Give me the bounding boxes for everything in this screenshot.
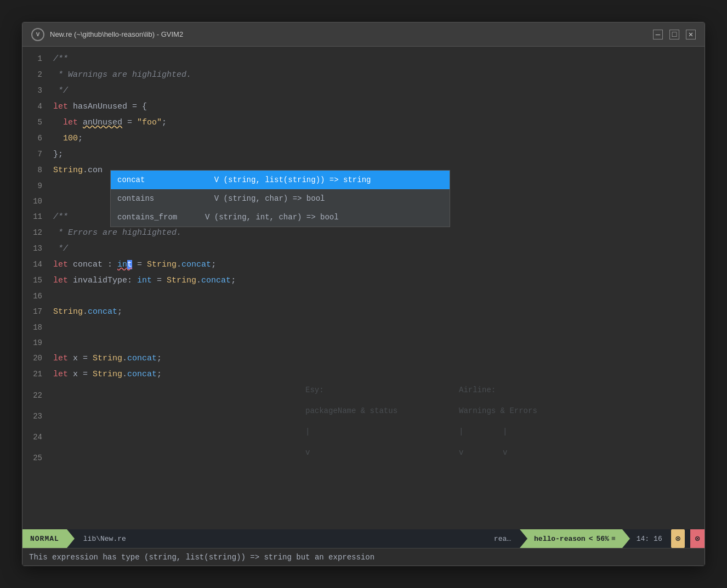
code-line-5: 5 let anUnused = "foo"; [22, 115, 705, 131]
autocomplete-item-0[interactable]: concat V (string, list(string)) => strin… [111, 171, 450, 189]
titlebar-controls: — □ ✕ [653, 30, 696, 39]
line-content-1: /** [51, 52, 705, 67]
code-line-23: 23 packageName & status Warnings & Error… [22, 403, 705, 424]
code-line-2: 2 * Warnings are highlighted. [22, 67, 705, 83]
code-line-1: 1 /** [22, 51, 705, 67]
code-line-25: 25 v v v [22, 445, 705, 466]
line-num-17: 17 [22, 304, 51, 319]
line-num-14: 14 [22, 257, 51, 272]
maximize-button[interactable]: □ [669, 30, 679, 39]
cursor-line: 14: [637, 535, 649, 543]
status-warning: ⊗ [671, 529, 685, 548]
arrow-2: v [459, 445, 503, 460]
line-content-17: String.concat; [51, 304, 705, 320]
ac-name-2: contains_from [117, 210, 205, 224]
line-num-18: 18 [22, 320, 51, 335]
status-mode-arrow [67, 529, 75, 548]
statusbar: NORMAL lib\New.re rea… hello-reason < 56… [22, 529, 705, 548]
editor-area[interactable]: 1 /** 2 * Warnings are highlighted. 3 */… [22, 47, 705, 566]
ac-name-0: concat [117, 173, 205, 187]
line-num-19: 19 [22, 335, 51, 350]
minimize-button[interactable]: — [653, 30, 663, 39]
status-branch: hello-reason < 56% ≡ [527, 529, 622, 548]
autocomplete-dropdown[interactable]: concat V (string, list(string)) => strin… [110, 170, 450, 227]
message-text: This expression has type (string, list(s… [29, 553, 374, 562]
line-num-8: 8 [22, 162, 51, 178]
titlebar: V New.re (~\github\hello-reason\lib) - G… [22, 22, 705, 47]
line-num-23: 23 [22, 409, 51, 424]
ac-name-1: contains [117, 191, 205, 206]
line-content-12: * Errors are highlighted. [51, 225, 705, 241]
line-content-21: let x = String.concat; [51, 367, 705, 382]
code-line-22: 22 Esy: Airline: [22, 382, 705, 403]
line-content-3: */ [51, 83, 705, 99]
err-icon: ⊗ [695, 533, 700, 544]
line-num-9: 9 [22, 178, 51, 194]
messagebar: This expression has type (string, list(s… [22, 548, 705, 566]
window-title: New.re (~\github\hello-reason\lib) - GVI… [50, 30, 183, 38]
branch-arrow-right [622, 529, 630, 548]
line-content-6: 100; [51, 131, 705, 146]
line-content-25: v v v [51, 445, 705, 460]
line-num-25: 25 [22, 450, 51, 466]
pipe-2: | [459, 424, 503, 439]
line-num-11: 11 [22, 209, 51, 224]
warn-icon: ⊗ [675, 533, 681, 544]
ac-type-1: V (string, char) => bool [205, 191, 325, 206]
airline-label: Airline: [459, 382, 496, 398]
branch-percent: 56% [596, 535, 609, 543]
code-line-12: 12 * Errors are highlighted. [22, 225, 705, 241]
branch-name: hello-reason [534, 535, 586, 543]
status-position: 14: 16 [630, 535, 669, 543]
code-container[interactable]: 1 /** 2 * Warnings are highlighted. 3 */… [22, 47, 705, 529]
line-num-1: 1 [22, 51, 51, 66]
code-line-7: 7 }; [22, 146, 705, 162]
line-num-4: 4 [22, 99, 51, 114]
editor-window: V New.re (~\github\hello-reason\lib) - G… [22, 22, 705, 566]
line-num-2: 2 [22, 67, 51, 82]
close-button[interactable]: ✕ [686, 30, 696, 39]
code-line-21: 21 let x = String.concat; [22, 366, 705, 382]
pipe-1: | [305, 424, 459, 439]
line-content-24: | | | [51, 424, 705, 439]
line-num-5: 5 [22, 115, 51, 130]
airline-value: Warnings & Errors [459, 403, 537, 419]
code-line-3: 3 */ [22, 83, 705, 99]
autocomplete-item-2[interactable]: contains_from V (string, int, char) => b… [111, 208, 450, 227]
line-content-23: packageName & status Warnings & Errors [51, 403, 705, 419]
ac-type-0: V (string, list(string)) => string [205, 173, 371, 187]
code-line-24: 24 | | | [22, 424, 705, 445]
line-content-15: let invalidType: int = String.concat; [51, 273, 705, 289]
line-content-20: let x = String.concat; [51, 351, 705, 366]
status-error: ⊗ [690, 529, 705, 548]
code-line-4: 4 let hasAnUnused = { [22, 99, 705, 115]
status-mode: NORMAL [22, 529, 67, 548]
code-line-17: 17 String.concat; [22, 304, 705, 320]
arrow-3: v [503, 445, 507, 460]
arrow-1: v [305, 445, 459, 460]
cursor-col: 16 [654, 535, 662, 543]
line-num-12: 12 [22, 225, 51, 240]
line-num-6: 6 [22, 131, 51, 146]
line-content-5: let anUnused = "foo"; [51, 115, 705, 131]
status-file: lib\New.re [75, 535, 485, 543]
line-num-16: 16 [22, 289, 51, 304]
ac-type-2: V (string, int, char) => bool [205, 210, 339, 224]
vim-logo: V [31, 28, 44, 41]
line-num-22: 22 [22, 388, 51, 403]
autocomplete-item-1[interactable]: contains V (string, char) => bool [111, 189, 450, 208]
line-num-15: 15 [22, 273, 51, 288]
line-num-7: 7 [22, 146, 51, 162]
line-num-10: 10 [22, 194, 51, 209]
line-num-20: 20 [22, 350, 51, 366]
code-line-6: 6 100; [22, 131, 705, 146]
line-num-24: 24 [22, 429, 51, 445]
line-content-2: * Warnings are highlighted. [51, 67, 705, 83]
titlebar-left: V New.re (~\github\hello-reason\lib) - G… [31, 28, 183, 41]
code-line-15: 15 let invalidType: int = String.concat; [22, 273, 705, 289]
code-line-13: 13 */ [22, 241, 705, 257]
line-content-13: */ [51, 241, 705, 257]
line-content-14: let concat : int = String.concat; [51, 257, 705, 273]
status-lang: rea… [485, 535, 520, 543]
line-num-21: 21 [22, 366, 51, 382]
